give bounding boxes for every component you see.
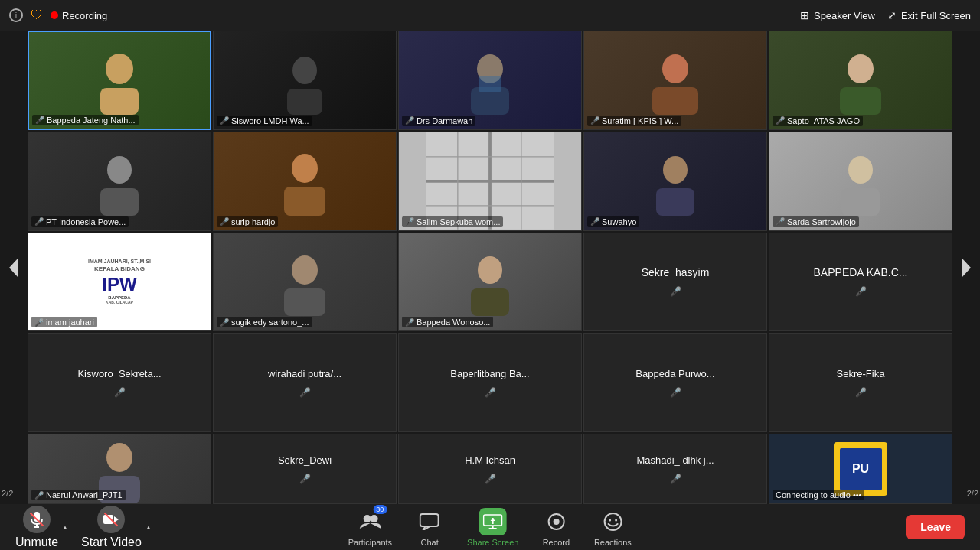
- connecting-label: Connecting to audio •••: [773, 490, 864, 500]
- share-screen-button[interactable]: Share Screen: [467, 508, 518, 547]
- svg-point-23: [663, 156, 688, 184]
- record-button[interactable]: Record: [537, 508, 575, 547]
- unmute-label: Unmute: [15, 535, 58, 549]
- top-bar-left: i 🛡 Recording: [9, 8, 107, 22]
- video-caret[interactable]: ▲: [143, 513, 154, 541]
- exit-fullscreen-icon: ⤢: [887, 9, 897, 21]
- participants-button[interactable]: 30 Participants: [348, 508, 392, 547]
- chat-button[interactable]: Chat: [410, 508, 449, 547]
- right-page-indicator: 2/2: [967, 489, 978, 498]
- video-grid: 🎤 Bappeda Jateng Nath... 🎤 Sisworo LMDH …: [28, 31, 952, 504]
- chat-label: Chat: [420, 538, 438, 547]
- participant-name-16: Kisworo_Sekreta...: [77, 368, 161, 379]
- video-feed-13: [399, 233, 581, 331]
- participant-name-6: 🎤 PT Indonesia Powe...: [31, 216, 129, 227]
- svg-point-31: [106, 443, 132, 472]
- video-feed-10: [769, 132, 952, 230]
- svg-point-8: [662, 54, 688, 83]
- mic-icon-9: 🎤: [590, 217, 599, 226]
- participant-name-20: Sekre-Fika: [837, 368, 885, 379]
- mic-icon-21: 🎤: [34, 491, 44, 500]
- top-bar-right: ⊞ Speaker View ⤢ Exit Full Screen: [800, 9, 971, 21]
- svg-rect-9: [652, 87, 698, 115]
- reactions-button[interactable]: Reactions: [593, 508, 632, 547]
- chat-icon-wrap: [416, 508, 443, 535]
- reactions-label: Reactions: [594, 538, 632, 547]
- participant-cell-4: 🎤 Suratim [ KPIS ] W...: [583, 31, 767, 130]
- participant-cell-9: 🎤 Suwahyo: [583, 132, 767, 231]
- bottom-toolbar: Unmute ▲ Start Video ▲: [0, 504, 980, 550]
- mic-icon-2: 🎤: [220, 116, 229, 125]
- participant-cell-18: Baperlitbang Ba... 🎤: [398, 333, 582, 432]
- participant-name-22: Sekre_Dewi: [278, 454, 332, 466]
- mic-status-16: 🎤: [114, 386, 126, 398]
- mic-status-20: 🎤: [855, 386, 867, 398]
- video-feed-1: [29, 32, 210, 129]
- svg-rect-26: [841, 188, 880, 216]
- svg-rect-30: [471, 288, 509, 316]
- svg-point-14: [292, 154, 318, 183]
- participant-name-19: Bappeda Purwo...: [635, 368, 714, 379]
- svg-point-40: [370, 515, 377, 522]
- svg-point-10: [848, 54, 874, 83]
- mic-icon-7: 🎤: [220, 217, 229, 226]
- svg-point-49: [553, 519, 559, 525]
- video-feed-9: [584, 132, 766, 230]
- svg-rect-4: [287, 89, 322, 115]
- shield-icon: 🛡: [31, 8, 43, 22]
- next-page-button[interactable]: 2/2: [952, 31, 980, 504]
- record-label: Record: [543, 538, 570, 547]
- participants-label: Participants: [348, 538, 392, 547]
- unmute-button[interactable]: Unmute: [15, 506, 58, 549]
- share-screen-label: Share Screen: [467, 538, 518, 547]
- recording-label: Recording: [62, 10, 107, 21]
- toolbar-left: Unmute ▲ Start Video ▲: [15, 506, 154, 549]
- ipw-card: IMAM JAUHARI, ST.,M.SI KEPALA BIDANG IPW…: [47, 248, 192, 316]
- mic-icon-5: 🎤: [776, 116, 785, 125]
- mic-status-23: 🎤: [485, 472, 496, 484]
- participant-name-4: 🎤 Suratim [ KPIS ] W...: [587, 116, 681, 126]
- recording-badge: Recording: [51, 10, 107, 21]
- participant-cell-21: 🎤 Nasrul Anwari_PJT1: [28, 434, 211, 504]
- svg-marker-0: [9, 258, 18, 278]
- svg-point-29: [478, 256, 502, 284]
- svg-point-12: [107, 156, 132, 184]
- participant-name-14: Sekre_hasyim: [642, 266, 710, 278]
- mic-status-15: 🎤: [855, 285, 867, 297]
- svg-rect-41: [420, 514, 439, 526]
- leave-button[interactable]: Leave: [906, 515, 965, 539]
- info-icon[interactable]: i: [9, 8, 23, 22]
- participant-name-5: 🎤 Sapto_ATAS JAGO: [773, 116, 863, 126]
- previous-page-button[interactable]: 2/2: [0, 31, 28, 504]
- participant-name-24: Mashadi_ dlhk j...: [636, 454, 714, 466]
- start-video-button[interactable]: Start Video: [81, 506, 142, 549]
- mic-icon-6: 🎤: [34, 217, 44, 226]
- video-feed-6: [28, 132, 211, 230]
- participant-cell-10: 🎤 Sarda Sartrowijojo: [769, 132, 952, 231]
- video-feed-7: [214, 132, 396, 230]
- participant-name-7: 🎤 surip hardjo: [217, 216, 278, 227]
- start-video-label: Start Video: [81, 535, 142, 549]
- left-page-indicator: 2/2: [2, 489, 13, 498]
- unmute-group: Unmute ▲: [15, 506, 70, 549]
- start-video-group: Start Video ▲: [81, 506, 154, 549]
- participant-cell-23: H.M Ichsan 🎤: [398, 434, 582, 504]
- participant-cell-5: 🎤 Sapto_ATAS JAGO: [769, 31, 952, 130]
- svg-rect-2: [100, 88, 139, 115]
- participant-cell-6: 🎤 PT Indonesia Powe...: [28, 132, 211, 231]
- participant-cell-connecting: PU Connecting to audio •••: [769, 434, 952, 504]
- share-screen-icon-wrap: [479, 508, 507, 535]
- unmute-caret[interactable]: ▲: [60, 513, 70, 541]
- speaker-view-button[interactable]: ⊞ Speaker View: [800, 9, 875, 21]
- participant-name-18: Baperlitbang Ba...: [450, 368, 529, 379]
- participant-name-8: 🎤 Salim Sepkuba wom...: [402, 216, 503, 227]
- mic-icon-4: 🎤: [590, 116, 599, 125]
- participant-name-13: 🎤 Bappeda Wonoso...: [402, 317, 493, 327]
- svg-rect-13: [100, 188, 139, 216]
- main-content: 2/2 🎤 Bappeda Jateng Nath...: [0, 31, 980, 504]
- participant-name-15: BAPPEDA KAB.C...: [814, 266, 908, 278]
- participant-name-2: 🎤 Sisworo LMDH Wa...: [217, 116, 312, 126]
- svg-point-3: [292, 57, 317, 84]
- participant-name-11: 🎤 imam jauhari: [31, 317, 97, 327]
- exit-fullscreen-button[interactable]: ⤢ Exit Full Screen: [887, 9, 971, 21]
